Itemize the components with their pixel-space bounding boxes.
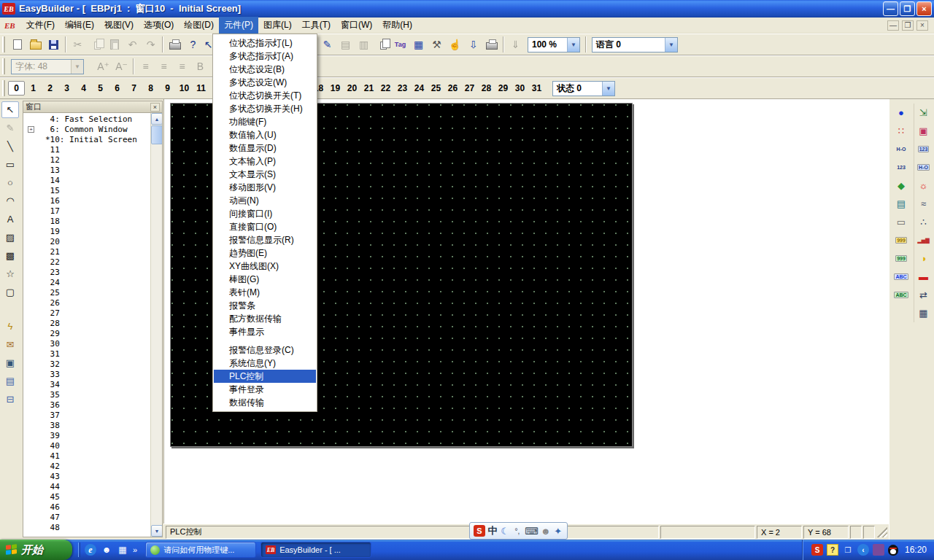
tree-item[interactable]: 45 [23, 492, 150, 502]
menu-item[interactable]: 报警条 [214, 299, 316, 312]
tree-item[interactable]: 48 [23, 523, 150, 533]
sogou-icon[interactable]: S [474, 525, 485, 537]
tree-item[interactable]: + 6: Common Window [23, 125, 150, 135]
tree-item[interactable]: 24 [23, 278, 150, 288]
tray-chevron-icon[interactable]: ‹ [857, 544, 869, 556]
animation-button[interactable]: ▣ [915, 122, 933, 139]
menu-item[interactable]: 数值显示(D) [214, 141, 316, 155]
tree-item[interactable]: 18 [23, 217, 150, 227]
rectangle-tool[interactable]: ▭ [1, 156, 19, 173]
mdi-restore-button[interactable]: ❐ [902, 20, 914, 31]
menu-item[interactable]: 事件登录 [214, 383, 316, 396]
language-combo[interactable]: 语言 0▼ [592, 37, 678, 52]
menu-item[interactable]: 数值输入(U) [214, 128, 316, 141]
state-number-6[interactable]: 6 [109, 81, 126, 96]
print-button[interactable] [166, 36, 184, 53]
state-number-31[interactable]: 31 [528, 81, 545, 96]
menu-item[interactable]: 动画(N) [214, 194, 316, 207]
tree-item[interactable]: 4: Fast Selection [23, 114, 150, 125]
expand-icon[interactable]: + [28, 126, 34, 133]
tree-item[interactable]: 20 [23, 237, 150, 247]
tray-collapse-icon[interactable]: ❐ [842, 544, 854, 556]
text-input-button[interactable]: ABC [892, 268, 910, 285]
menu-item[interactable]: 移动图形(V) [214, 181, 316, 194]
tree-item[interactable]: 43 [23, 472, 150, 482]
tree-item[interactable]: 37 [23, 411, 150, 421]
menu-item[interactable]: 多状态切换开关(H) [214, 102, 316, 115]
menu-item[interactable]: 表针(M) [214, 286, 316, 299]
download-settings-button[interactable]: ⇩ [464, 36, 482, 53]
toolbar-grip[interactable] [2, 58, 5, 74]
menu-item[interactable]: 多状态指示灯(A) [214, 50, 316, 63]
qq-chat-window-taskbutton[interactable]: 请问如何用物理键... [145, 542, 256, 558]
internet-explorer-icon[interactable]: e [85, 544, 96, 556]
meter-display-button[interactable]: ◑ [915, 250, 933, 267]
word-set-button[interactable]: 123 [892, 159, 910, 176]
state-number-19[interactable]: 19 [327, 81, 344, 96]
messenger-icon[interactable]: ☻ [101, 544, 112, 556]
menu-window[interactable]: 窗口(W) [336, 17, 377, 34]
word-lamp-button[interactable]: ∷ [892, 122, 910, 139]
zoom-combo[interactable]: 100 %▼ [528, 37, 580, 52]
menu-edit[interactable]: 编辑(E) [60, 17, 99, 34]
menu-item[interactable]: 文本显示(S) [214, 168, 316, 181]
menu-item[interactable]: 数据传输 [214, 396, 316, 409]
softkeyboard-icon[interactable]: ⌨ [525, 526, 539, 537]
state-number-7[interactable]: 7 [126, 81, 142, 96]
recipe-transfer-button[interactable]: ⇄ [915, 287, 933, 303]
state-number-25[interactable]: 25 [428, 81, 444, 96]
state-combo[interactable]: 状态 0▼ [552, 81, 615, 96]
menu-item[interactable]: 文本输入(P) [214, 155, 316, 168]
toolbar-grip[interactable] [2, 80, 5, 96]
direct-window-button[interactable]: H-O [915, 159, 933, 176]
ime-language-icon[interactable]: 中 [487, 524, 498, 537]
scroll-up-icon[interactable]: ▲ [151, 113, 162, 125]
bit-set-button[interactable]: H-O [892, 141, 910, 158]
menu-item[interactable]: 多状态设定(W) [214, 76, 316, 89]
tree-item[interactable]: 30 [23, 339, 150, 349]
tag-button[interactable]: Tag [391, 36, 409, 53]
alarm-display-button[interactable]: ☼ [915, 177, 933, 194]
menu-option[interactable]: 选项(O) [139, 17, 179, 34]
state-number-20[interactable]: 20 [344, 81, 360, 96]
state-number-23[interactable]: 23 [394, 81, 411, 96]
select-tool[interactable]: ↖ [1, 101, 19, 118]
tree-item[interactable]: 39 [23, 431, 150, 441]
tree-item[interactable]: 11 [23, 145, 150, 155]
menu-item[interactable]: 趋势图(E) [214, 246, 316, 260]
polygon-tool[interactable]: ☆ [1, 265, 19, 282]
tree-item[interactable]: 38 [23, 421, 150, 431]
scroll-down-icon[interactable]: ▼ [151, 525, 162, 537]
tree-item[interactable]: 35 [23, 390, 150, 400]
tree-item[interactable]: 19 [23, 227, 150, 237]
tree-item[interactable]: 47 [23, 513, 150, 523]
tree-item[interactable]: 29 [23, 329, 150, 339]
tree-item[interactable]: 17 [23, 206, 150, 217]
tree-item[interactable]: 42 [23, 462, 150, 472]
tree-item[interactable]: 46 [23, 502, 150, 513]
tree-item[interactable]: 14 [23, 176, 150, 186]
window-properties-button[interactable]: ▦ [409, 36, 428, 53]
bar-graph-button[interactable]: ▂▅▇ [915, 232, 933, 249]
calculator-icon[interactable]: ▦ [117, 544, 128, 556]
window-copy-button[interactable] [373, 36, 391, 53]
menu-parts[interactable]: 元件(P) [219, 17, 258, 34]
simulate-button[interactable]: ☝ [446, 36, 464, 53]
state-number-5[interactable]: 5 [92, 81, 109, 96]
menu-item[interactable]: 间接窗口(I) [214, 207, 316, 220]
alarm-bar-button[interactable]: ▬ [915, 268, 933, 285]
menu-item[interactable]: 报警信息显示(R) [214, 233, 316, 246]
tree-item[interactable]: 41 [23, 451, 150, 462]
state-number-1[interactable]: 1 [25, 81, 42, 96]
macro-tool[interactable]: ϟ [1, 318, 19, 335]
qq-tray-icon[interactable] [888, 545, 898, 556]
menu-file[interactable]: 文件(F) [21, 17, 60, 34]
menu-draw[interactable]: 绘图(D) [179, 17, 219, 34]
menu-item[interactable]: 事件显示 [214, 325, 316, 338]
open-button[interactable] [26, 36, 45, 53]
ime-tools-icon[interactable]: ✦ [553, 526, 563, 537]
minimize-button[interactable]: — [883, 1, 898, 16]
menu-item[interactable]: 棒图(G) [214, 273, 316, 286]
menu-item[interactable]: 位状态指示灯(L) [214, 36, 316, 50]
tree-item[interactable]: 23 [23, 268, 150, 278]
